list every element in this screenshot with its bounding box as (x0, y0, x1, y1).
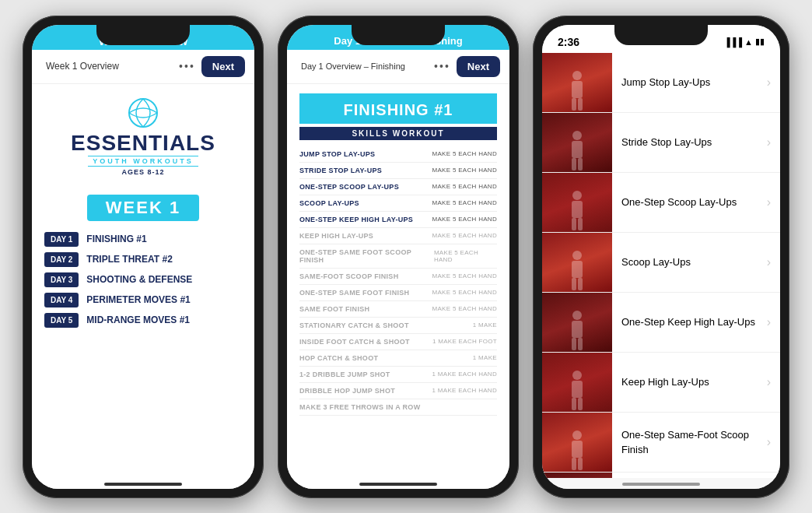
svg-rect-3 (572, 98, 576, 111)
drill-name-12: INSIDE FOOT CATCH & SHOOT (299, 338, 410, 346)
svg-rect-20 (578, 338, 583, 350)
video-item-4[interactable]: Scoop Lay-Ups › (542, 233, 780, 293)
drill-item-3[interactable]: ONE-STEP SCOOP LAY-UPS MAKE 5 EACH HAND (299, 179, 497, 195)
phone1-more-button[interactable]: ••• (179, 60, 195, 72)
home-bar3 (622, 483, 700, 486)
drill-name-5: ONE-STEP KEEP HIGH LAY-UPS (299, 216, 413, 223)
drill-item-6[interactable]: KEEP HIGH LAY-UPS MAKE 5 EACH HAND (299, 228, 497, 244)
drill-list: JUMP STOP LAY-UPS MAKE 5 EACH HAND STRID… (287, 146, 509, 478)
day-item-1[interactable]: DAY 1 FINISHING #1 (44, 232, 242, 247)
drill-reps-9: MAKE 5 EACH HAND (432, 289, 497, 296)
finishing-sub: SKILLS WORKOUT (299, 127, 497, 140)
drill-name-15: DRIBBLE HOP JUMP SHOT (299, 387, 395, 395)
svg-rect-11 (572, 218, 576, 230)
video-item-5[interactable]: One-Step Keep High Lay-Ups › (542, 293, 780, 353)
phone1-content: ESSENTIALS YOUTH WORKOUTS AGES 8-12 WEEK… (32, 84, 254, 478)
wifi-icon: ▲ (744, 37, 753, 47)
video-info-6: Keep High Lay-Ups (612, 374, 767, 389)
svg-rect-6 (572, 141, 583, 158)
video-item-2[interactable]: Stride Stop Lay-Ups › (542, 113, 780, 173)
phone1-toolbar-label: Week 1 Overview (46, 61, 179, 72)
battery-icon: ▮▮ (755, 37, 765, 47)
video-item-3[interactable]: One-Step Scoop Lay-Ups › (542, 173, 780, 233)
phone1-next-button[interactable]: Next (201, 56, 245, 77)
day-badge-2: DAY 2 (44, 252, 79, 267)
video-item-1[interactable]: Jump Stop Lay-Ups › (542, 53, 780, 113)
drill-item-8[interactable]: SAME-FOOT SCOOP FINISH MAKE 5 EACH HAND (299, 269, 497, 285)
svg-rect-7 (572, 158, 576, 170)
phone2-more-button[interactable]: ••• (434, 60, 450, 72)
drill-name-13: HOP CATCH & SHOOT (299, 354, 378, 362)
drill-reps-8: MAKE 5 EACH HAND (432, 272, 497, 279)
drill-item-1[interactable]: JUMP STOP LAY-UPS MAKE 5 EACH HAND (299, 146, 497, 163)
day-badge-4: DAY 4 (44, 293, 79, 307)
chevron-icon-3: › (767, 195, 780, 209)
day-item-5[interactable]: DAY 5 MID-RANGE MOVES #1 (44, 313, 242, 328)
video-info-3: One-Step Scoop Lay-Ups (612, 195, 767, 209)
day-item-4[interactable]: DAY 4 PERIMETER MOVES #1 (44, 293, 242, 307)
drill-item-9[interactable]: ONE-STEP SAME FOOT FINISH MAKE 5 EACH HA… (299, 285, 497, 301)
notch (96, 25, 190, 45)
video-thumb-7 (542, 413, 612, 472)
drill-item-14[interactable]: 1-2 DRIBBLE JUMP SHOT 1 MAKE EACH HAND (299, 367, 497, 383)
video-info-5: One-Step Keep High Lay-Ups (612, 314, 767, 329)
video-item-8[interactable]: Same-Foot Scoop Finish › (542, 473, 780, 478)
svg-rect-19 (572, 338, 576, 350)
video-title-5: One-Step Keep High Lay-Ups (621, 316, 755, 328)
phone1-toolbar: ‹ Week 1 Overview ••• Next (32, 50, 254, 84)
video-thumb-4 (542, 233, 612, 292)
svg-rect-27 (572, 458, 576, 470)
day-list: DAY 1 FINISHING #1 DAY 2 TRIPLE THREAT #… (44, 232, 242, 328)
signal-icon: ▐▐▐ (724, 37, 742, 47)
svg-rect-23 (572, 398, 576, 410)
phone2: Day 1 Overview - Finishing ‹ Day 1 Overv… (278, 16, 519, 498)
drill-item-2[interactable]: STRIDE STOP LAY-UPS MAKE 5 EACH HAND (299, 163, 497, 179)
svg-point-9 (572, 191, 582, 200)
drill-item-5[interactable]: ONE-STEP KEEP HIGH LAY-UPS MAKE 5 EACH H… (299, 212, 497, 228)
drill-item-16[interactable]: MAKE 3 FREE THROWS IN A ROW (299, 399, 497, 416)
chevron-icon-6: › (767, 375, 780, 389)
drill-item-12[interactable]: INSIDE FOOT CATCH & SHOOT 1 MAKE EACH FO… (299, 334, 497, 350)
drill-item-15[interactable]: DRIBBLE HOP JUMP SHOT 1 MAKE EACH HAND (299, 383, 497, 399)
svg-point-21 (572, 371, 582, 380)
video-list: Jump Stop Lay-Ups › Stride Stop Lay-Ups … (542, 53, 780, 478)
drill-item-11[interactable]: STATIONARY CATCH & SHOOT 1 MAKE (299, 318, 497, 334)
svg-rect-16 (578, 278, 583, 290)
svg-point-13 (572, 251, 582, 260)
drill-reps-2: MAKE 5 EACH HAND (432, 167, 497, 174)
week-badge: WEEK 1 (87, 195, 199, 221)
phone1: Week 1 Overview ‹ Week 1 Overview ••• Ne… (23, 16, 264, 498)
video-thumb-8 (542, 473, 612, 478)
drill-name-9: ONE-STEP SAME FOOT FINISH (299, 289, 409, 297)
logo-area: ESSENTIALS YOUTH WORKOUTS AGES 8-12 (71, 97, 215, 176)
phone2-next-button[interactable]: Next (457, 56, 500, 77)
video-title-2: Stride Stop Lay-Ups (621, 136, 712, 148)
day-item-3[interactable]: DAY 3 SHOOTING & DEFENSE (44, 272, 242, 287)
video-info-7: One-Step Same-Foot Scoop Finish (612, 427, 767, 457)
svg-rect-18 (572, 321, 583, 338)
video-item-7[interactable]: One-Step Same-Foot Scoop Finish › (542, 413, 780, 473)
person-silhouette (565, 309, 589, 352)
day-label-5: MID-RANGE MOVES #1 (86, 314, 190, 325)
video-item-6[interactable]: Keep High Lay-Ups › (542, 353, 780, 413)
drill-item-13[interactable]: HOP CATCH & SHOOT 1 MAKE (299, 350, 497, 367)
finishing-title: FINISHING #1 (312, 101, 485, 119)
day-item-2[interactable]: DAY 2 TRIPLE THREAT #2 (44, 252, 242, 267)
svg-rect-15 (572, 278, 576, 290)
person-silhouette (565, 69, 589, 112)
svg-point-0 (129, 99, 157, 127)
drill-name-3: ONE-STEP SCOOP LAY-UPS (299, 183, 399, 191)
video-thumb-1 (542, 53, 612, 112)
phone2-toolbar: ‹ Day 1 Overview – Finishing ••• Next (287, 50, 509, 84)
home-indicator (32, 478, 254, 489)
drill-item-7[interactable]: ONE-STEP SAME FOOT SCOOP FINISH MAKE 5 E… (299, 244, 497, 269)
video-title-1: Jump Stop Lay-Ups (621, 76, 710, 88)
drill-reps-5: MAKE 5 EACH HAND (432, 216, 497, 223)
chevron-icon-1: › (767, 76, 780, 90)
drill-name-8: SAME-FOOT SCOOP FINISH (299, 272, 398, 280)
person-silhouette (565, 429, 589, 472)
drill-item-10[interactable]: SAME FOOT FINISH MAKE 5 EACH HAND (299, 301, 497, 318)
chevron-icon-2: › (767, 135, 780, 149)
drill-item-4[interactable]: SCOOP LAY-UPS MAKE 5 EACH HAND (299, 195, 497, 212)
drill-reps-14: 1 MAKE EACH HAND (432, 371, 497, 378)
